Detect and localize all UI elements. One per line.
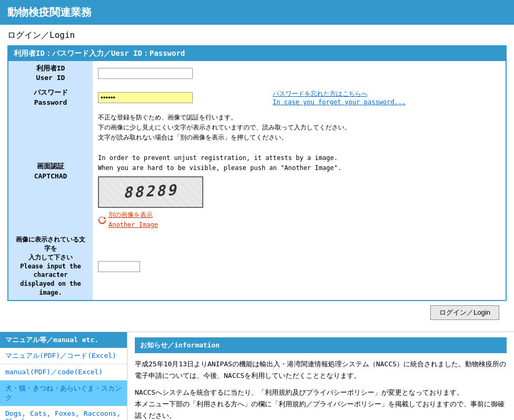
- login-table: 利用者ID User ID パスワード Password: [8, 61, 506, 300]
- nav-item-dogs-en[interactable]: Dogs, Cats, Foxes, Raccoons, Skunks: [0, 406, 127, 420]
- left-nav-header: マニュアル等／manual etc.: [0, 332, 127, 348]
- nav-item-dogs-jp[interactable]: 犬・猫・きつね・あらいぐま・スカンク: [0, 381, 127, 406]
- login-section: ログイン／Login 利用者ID：パスワード入力／Uesr ID：Passwor…: [0, 25, 514, 332]
- captcha-input-row: 画像に表示されている文字を 入力して下さい Please input the c…: [8, 233, 506, 300]
- login-box: 利用者ID：パスワード入力／Uesr ID：Password 利用者ID Use…: [7, 45, 507, 301]
- right-info-content: 平成25年10月13日よりANIPASの機能は輸出入・港湾関連情報処理システム（…: [135, 358, 507, 420]
- password-input[interactable]: [98, 92, 193, 103]
- header: 動物検疫関連業務: [0, 0, 514, 25]
- captcha-desc-cell: 不正な登録を防ぐため、画像で認証を行います。 下の画像に少し見えにくい文字が表示…: [93, 110, 506, 233]
- userid-input[interactable]: [98, 68, 193, 79]
- page-title: 動物検疫関連業務: [7, 6, 92, 18]
- login-box-header: 利用者ID：パスワード入力／Uesr ID：Password: [8, 46, 506, 61]
- info-para1: 平成25年10月13日よりANIPASの機能は輸出入・港湾関連情報処理システム（…: [135, 358, 507, 382]
- forgot-password-link[interactable]: パスワードを忘れた方はこちらへ In case you forget your …: [273, 89, 500, 106]
- bottom-section: マニュアル等／manual etc. マニュアル(PDF)／コード(Excel)…: [0, 332, 514, 420]
- captcha-input[interactable]: [98, 261, 140, 272]
- captcha-label: 画面認証 CAPTCHAD: [8, 110, 93, 233]
- password-row: パスワード Password パスワードを忘れた方はこちらへ In case y…: [8, 85, 506, 109]
- login-button[interactable]: ログイン／Login: [430, 305, 499, 320]
- captcha-input-label: 画像に表示されている文字を 入力して下さい Please input the c…: [8, 233, 93, 300]
- nav-item-manual-pdf-en[interactable]: manual(PDF)／code(Excel): [0, 364, 127, 381]
- captcha-input-cell: [93, 233, 268, 300]
- login-button-row: ログイン／Login: [7, 301, 507, 324]
- refresh-icon: [98, 216, 106, 224]
- left-nav: マニュアル等／manual etc. マニュアル(PDF)／コード(Excel)…: [0, 332, 127, 420]
- captcha-image: 88289: [98, 176, 203, 208]
- login-heading: ログイン／Login: [7, 30, 507, 41]
- userid-row: 利用者ID User ID: [8, 61, 506, 85]
- captcha-row: 画面認証 CAPTCHAD 不正な登録を防ぐため、画像で認証を行います。 下の画…: [8, 110, 506, 233]
- password-label: パスワード Password: [8, 85, 93, 109]
- right-info-header: お知らせ／information: [135, 337, 507, 353]
- userid-label: 利用者ID User ID: [8, 61, 93, 85]
- info-para2: NACCSへシステムを統合するに当たり、「利用規約及びプライバシーポリシー」が変…: [135, 387, 507, 420]
- nav-item-manual-pdf[interactable]: マニュアル(PDF)／コード(Excel): [0, 348, 127, 364]
- password-input-cell: [93, 85, 268, 109]
- userid-input-cell: [93, 61, 268, 85]
- another-image-link[interactable]: 別の画像を表示 Another Image: [98, 210, 500, 230]
- right-info: お知らせ／information 平成25年10月13日よりANIPASの機能は…: [127, 332, 514, 420]
